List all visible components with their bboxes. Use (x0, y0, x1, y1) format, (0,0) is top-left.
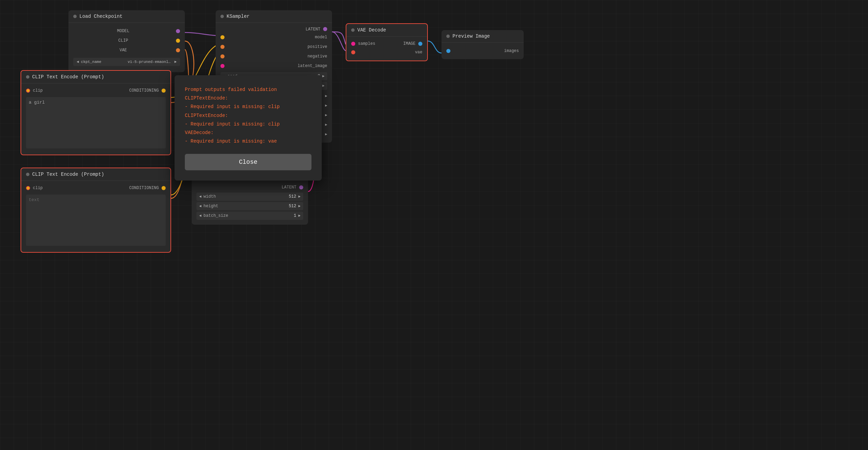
clip-bottom-node: CLIP Text Encode (Prompt) clip CONDITION… (21, 168, 171, 253)
width-label: width (204, 194, 284, 199)
ksampler-header: KSampler (216, 10, 332, 23)
latent-output-port[interactable] (323, 27, 327, 31)
height-row[interactable]: ◄ height 512 ► (196, 202, 303, 210)
seed-right-arrow[interactable]: ► (322, 74, 324, 78)
height-left-arrow[interactable]: ◄ (199, 204, 202, 208)
vae-input-row: vae (346, 48, 427, 57)
latent-output-label-2: LATENT (282, 185, 296, 190)
vae-output-port[interactable] (176, 48, 180, 52)
conditioning-top-output-port[interactable] (162, 89, 166, 93)
batch-row[interactable]: ◄ batch_size 1 ► (196, 212, 303, 220)
width-left-arrow[interactable]: ◄ (199, 195, 202, 199)
clip-bottom-dot (26, 173, 29, 176)
error-line-1: Prompt outputs failed validation (185, 85, 311, 94)
control-right-arrow[interactable]: ► (322, 84, 324, 88)
model-input-row: model (216, 32, 332, 42)
images-input-row: images (442, 46, 524, 56)
ksampler-title: KSampler (227, 14, 250, 19)
batch-left-arrow[interactable]: ◄ (199, 214, 202, 218)
width-value: 512 (286, 194, 296, 199)
clip-top-input-label: clip (33, 88, 43, 93)
error-dialog: Prompt outputs failed validation CLIPTex… (175, 75, 322, 181)
clip-top-node: CLIP Text Encode (Prompt) clip CONDITION… (21, 70, 171, 155)
clip-bottom-header: CLIP Text Encode (Prompt) (21, 168, 170, 181)
error-message: Prompt outputs failed validation CLIPTex… (185, 85, 311, 146)
preview-image-title: Preview Image (452, 34, 490, 39)
vae-output-row: VAE (68, 45, 185, 55)
clip-bottom-input-label: clip (33, 186, 43, 190)
latent-image-input-port[interactable] (220, 64, 225, 68)
batch-right-arrow[interactable]: ► (298, 214, 301, 218)
samples-input-port[interactable] (351, 42, 355, 46)
batch-value: 1 (286, 213, 296, 218)
clip-top-dot (26, 75, 29, 79)
latent-image-input-row: latent_image (216, 61, 332, 71)
height-value: 512 (286, 204, 296, 209)
vae-decode-title: VAE Decode (357, 27, 386, 33)
clip-top-title: CLIP Text Encode (Prompt) (32, 74, 104, 80)
samples-input-label: samples (358, 41, 375, 46)
width-right-arrow[interactable]: ► (298, 195, 301, 199)
error-line-5: - Required input is missing: clip (185, 120, 311, 129)
extra-right-arrow-5[interactable]: ► (325, 132, 327, 136)
ksampler-dot (220, 15, 224, 18)
image-output-label: IMAGE (403, 41, 416, 46)
positive-input-label: positive (307, 44, 327, 49)
height-label: height (204, 204, 284, 209)
load-checkpoint-dot (73, 15, 77, 18)
vae-decode-node: VAE Decode samples IMAGE vae (346, 23, 428, 61)
clip-bottom-text-placeholder: text (29, 197, 39, 202)
extra-right-arrow-4[interactable]: ► (325, 123, 327, 127)
close-button[interactable]: Close (185, 154, 311, 170)
model-input-port[interactable] (220, 35, 225, 39)
vae-input-port[interactable] (351, 50, 355, 54)
preview-image-header: Preview Image (442, 30, 524, 43)
preview-image-node: Preview Image images (442, 30, 524, 59)
clip-output-label: CLIP (118, 38, 128, 43)
clip-bottom-input-port[interactable] (26, 186, 30, 190)
clip-top-text[interactable]: a girl (26, 97, 166, 148)
clip-bottom-title: CLIP Text Encode (Prompt) (32, 172, 104, 177)
clip-top-input-port[interactable] (26, 89, 30, 93)
conditioning-bottom-output-port[interactable] (162, 186, 166, 190)
latent-image-input-label: latent_image (298, 64, 327, 68)
load-checkpoint-title: Load Checkpoint (79, 14, 123, 19)
load-checkpoint-header: Load Checkpoint (68, 10, 185, 23)
positive-input-port[interactable] (220, 45, 225, 49)
image-output-port[interactable] (418, 42, 422, 46)
error-line-6: VAEDecode: (185, 129, 311, 137)
vae-decode-dot (351, 28, 355, 32)
latent-output-label: LATENT (306, 27, 320, 32)
clip-output-port[interactable] (176, 39, 180, 43)
model-output-label: MODEL (117, 29, 129, 34)
dropdown-right-arrow[interactable]: ► (174, 60, 177, 64)
vae-decode-header: VAE Decode (346, 24, 427, 37)
negative-input-port[interactable] (220, 54, 225, 58)
checkpoint-dropdown[interactable]: ◄ ckpt_name v1-5-pruned-emaonly-fp16.s..… (73, 58, 180, 66)
width-row[interactable]: ◄ width 512 ► (196, 193, 303, 201)
clip-bottom-text[interactable]: text (26, 195, 166, 246)
error-line-2: CLIPTextEncode: (185, 94, 311, 103)
images-input-port[interactable] (446, 49, 450, 53)
extra-right-arrow-2[interactable]: ► (325, 104, 327, 108)
images-input-label: images (504, 49, 519, 53)
preview-image-dot (446, 35, 450, 38)
vae-output-label: VAE (119, 48, 127, 53)
batch-label: batch_size (204, 213, 284, 218)
extra-right-arrow-3[interactable]: ► (325, 113, 327, 117)
height-right-arrow[interactable]: ► (298, 204, 301, 208)
error-line-3: - Required input is missing: clip (185, 103, 311, 111)
model-output-port[interactable] (176, 29, 180, 33)
dropdown-left-arrow[interactable]: ◄ (77, 60, 79, 64)
latent-output-port-2[interactable] (299, 185, 303, 189)
load-checkpoint-node: Load Checkpoint MODEL CLIP VAE ◄ ckpt_na… (68, 10, 185, 72)
clip-output-row: CLIP (68, 36, 185, 45)
model-input-label: model (315, 35, 327, 40)
extra-right-arrow-1[interactable]: ► (325, 94, 327, 98)
clip-top-header: CLIP Text Encode (Prompt) (21, 71, 170, 83)
clip-top-text-value: a girl (29, 100, 45, 105)
conditioning-bottom-output-label: CONDITIONING (129, 186, 159, 190)
conditioning-top-output-label: CONDITIONING (129, 88, 159, 93)
model-output-row: MODEL (68, 26, 185, 36)
negative-input-label: negative (307, 54, 327, 59)
